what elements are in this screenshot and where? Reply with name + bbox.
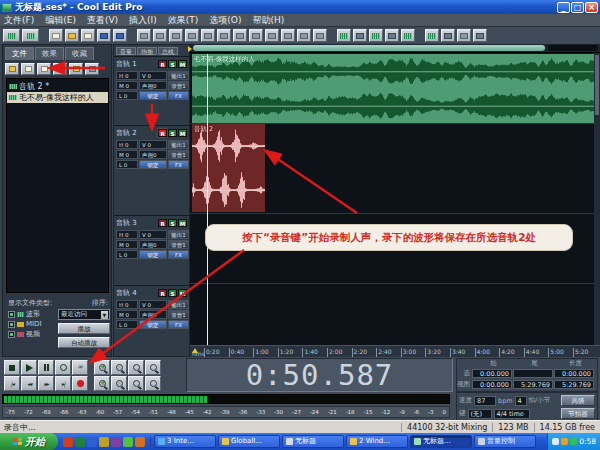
track-fx-button[interactable]: FX bbox=[168, 91, 189, 100]
track-lock-button[interactable]: 锁定 bbox=[139, 320, 167, 329]
envelope-button[interactable] bbox=[385, 29, 399, 42]
track1-audio-clip[interactable]: 毛不易-像我这样的人 bbox=[192, 54, 594, 123]
track2-recorded-clip[interactable]: 音轨 2 bbox=[192, 124, 265, 212]
track-low-eq[interactable]: L 0 bbox=[116, 91, 138, 100]
track-lock-button[interactable]: 锁定 bbox=[139, 91, 167, 100]
menu-help[interactable]: 帮助(H) bbox=[252, 14, 284, 27]
zoom-left-button[interactable] bbox=[128, 376, 144, 391]
fast-forward-button[interactable]: ▸▸ bbox=[38, 376, 54, 391]
track-name[interactable]: 音轨 2 bbox=[116, 128, 137, 138]
paste-button[interactable] bbox=[201, 29, 215, 42]
move-tool-button[interactable] bbox=[313, 29, 327, 42]
track-volume[interactable]: V 0 bbox=[139, 230, 167, 239]
zoom-in-vertical-button[interactable] bbox=[94, 376, 110, 391]
track-record-device-button[interactable]: 录音1 bbox=[168, 310, 189, 319]
preview-play-button[interactable]: 播放 bbox=[58, 323, 110, 334]
save-button[interactable] bbox=[97, 29, 111, 42]
beats-per-bar-value[interactable]: 4 bbox=[515, 396, 527, 406]
redo-button[interactable] bbox=[153, 29, 167, 42]
rewind-button[interactable]: ◂◂ bbox=[21, 376, 37, 391]
minimize-button[interactable]: _ bbox=[557, 2, 570, 13]
analyze-button[interactable] bbox=[441, 29, 455, 42]
close-button[interactable]: × bbox=[585, 2, 598, 13]
track-low-eq[interactable]: L 0 bbox=[116, 160, 138, 169]
track-low-eq[interactable]: L 0 bbox=[116, 250, 138, 259]
track-volume[interactable]: V 0 bbox=[139, 71, 167, 80]
file-type-checkbox-row[interactable]: 波形 bbox=[8, 309, 42, 319]
track-mid-eq[interactable]: M 0 bbox=[116, 240, 138, 249]
quick-launch-icon[interactable] bbox=[99, 437, 109, 447]
scrollbar-thumb[interactable] bbox=[193, 45, 545, 51]
menu-insert[interactable]: 插入(I) bbox=[129, 14, 157, 27]
menu-options[interactable]: 选项(O) bbox=[209, 14, 241, 27]
advanced-button[interactable]: 高级 bbox=[561, 395, 595, 406]
track-pan[interactable]: 声相0 bbox=[139, 150, 167, 159]
tab-volume[interactable]: 音量 bbox=[116, 47, 136, 55]
solo-button[interactable]: S bbox=[168, 219, 177, 227]
loop-tool-button[interactable] bbox=[233, 29, 247, 42]
checkbox-checked[interactable] bbox=[8, 331, 15, 338]
key-value[interactable]: (无) bbox=[468, 409, 492, 419]
vertical-scrollbar[interactable] bbox=[594, 53, 600, 345]
undo-button[interactable] bbox=[137, 29, 151, 42]
stop-button[interactable] bbox=[4, 360, 20, 375]
multitrack-view-button[interactable] bbox=[22, 29, 39, 42]
zoom-right-button[interactable] bbox=[145, 376, 161, 391]
quick-launch-icon[interactable] bbox=[75, 437, 85, 447]
import-file-button[interactable] bbox=[5, 63, 19, 75]
track-output-button[interactable]: 输出1 bbox=[168, 71, 189, 80]
task-button[interactable]: 无标题 bbox=[282, 435, 344, 448]
task-button[interactable]: 2 Wind... bbox=[346, 435, 408, 448]
track-fx-button[interactable]: FX bbox=[168, 320, 189, 329]
record-arm-button[interactable]: R bbox=[158, 219, 167, 227]
task-button[interactable]: 无标题... bbox=[410, 435, 472, 448]
track-lock-button[interactable]: 锁定 bbox=[139, 160, 167, 169]
mute-button[interactable]: M bbox=[178, 129, 187, 137]
track-fx-button[interactable]: FX bbox=[168, 250, 189, 259]
tempo-value[interactable]: 87 bbox=[474, 396, 496, 406]
metronome-button[interactable]: 节拍器 bbox=[561, 408, 595, 419]
track-volume[interactable]: V 0 bbox=[139, 140, 167, 149]
mixer-button[interactable] bbox=[337, 29, 351, 42]
quick-launch-icon[interactable] bbox=[87, 437, 97, 447]
insert-cd-button[interactable] bbox=[69, 63, 83, 75]
menu-edit[interactable]: 编辑(E) bbox=[45, 14, 76, 27]
track-eq-button[interactable] bbox=[353, 29, 367, 42]
tab-effects[interactable]: 效果 bbox=[35, 47, 64, 60]
track-name[interactable]: 音轨 1 bbox=[116, 59, 137, 69]
track-high-eq[interactable]: H 0 bbox=[116, 230, 138, 239]
quick-launch-icon[interactable] bbox=[111, 437, 121, 447]
cd-burn-button[interactable] bbox=[425, 29, 439, 42]
mute-button[interactable]: M bbox=[178, 219, 187, 227]
track-mid-eq[interactable]: M 0 bbox=[116, 81, 138, 90]
go-to-end-button[interactable]: ▸| bbox=[55, 376, 71, 391]
track-record-device-button[interactable]: 录音1 bbox=[168, 81, 189, 90]
go-to-start-button[interactable]: |◂ bbox=[4, 376, 20, 391]
tab-eq[interactable]: 均衡 bbox=[137, 47, 157, 55]
mute-button[interactable]: M bbox=[178, 60, 187, 68]
tray-icon[interactable] bbox=[570, 438, 577, 445]
track-mid-eq[interactable]: M 0 bbox=[116, 150, 138, 159]
task-button[interactable]: 音量控制 bbox=[474, 435, 536, 448]
options-button[interactable] bbox=[85, 63, 99, 75]
solo-button[interactable]: S bbox=[168, 289, 177, 297]
menu-view[interactable]: 查看(V) bbox=[87, 14, 118, 27]
options-tool-button[interactable] bbox=[473, 29, 487, 42]
insert-multitrack-button[interactable] bbox=[53, 63, 67, 75]
session-properties-button[interactable] bbox=[401, 29, 415, 42]
checkbox-checked[interactable] bbox=[8, 321, 15, 328]
scrub-tool-button[interactable] bbox=[265, 29, 279, 42]
solo-button[interactable]: S bbox=[168, 129, 177, 137]
cut-button[interactable] bbox=[169, 29, 183, 42]
track-fx-button[interactable]: FX bbox=[168, 160, 189, 169]
quick-launch-icon[interactable] bbox=[135, 437, 145, 447]
task-button[interactable]: GlobalI... bbox=[218, 435, 280, 448]
track-name[interactable]: 音轨 4 bbox=[116, 288, 137, 298]
play-looped-button[interactable]: ∞ bbox=[72, 360, 88, 375]
open-file-button[interactable] bbox=[65, 29, 79, 42]
track-low-eq[interactable]: L 0 bbox=[116, 320, 138, 329]
track-record-device-button[interactable]: 录音1 bbox=[168, 150, 189, 159]
edit-file-button[interactable] bbox=[37, 63, 51, 75]
record-arm-button[interactable]: R bbox=[158, 60, 167, 68]
menu-file[interactable]: 文件(F) bbox=[4, 14, 34, 27]
